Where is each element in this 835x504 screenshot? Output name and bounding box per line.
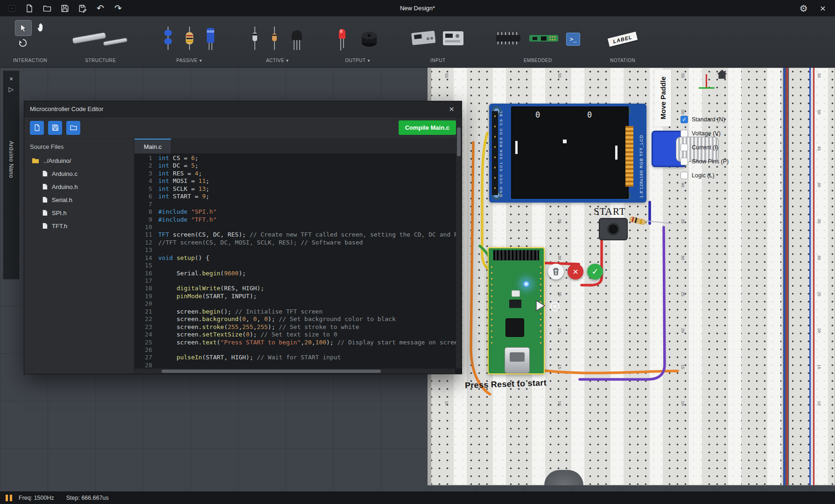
pause-icon[interactable] [6, 495, 12, 501]
file-row-tft-h[interactable]: TFT.h [24, 219, 134, 232]
file-label: TFT.h [52, 223, 67, 230]
new-file-icon[interactable] [24, 3, 35, 14]
checkbox-unchecked[interactable] [681, 158, 688, 165]
display-option-current[interactable]: Current (I) [681, 142, 729, 152]
checkbox-unchecked[interactable] [681, 172, 688, 179]
toolbar-section-structure[interactable]: STRUCTURE [56, 16, 144, 67]
editor-open-button[interactable] [66, 121, 80, 135]
diode-icon[interactable] [251, 26, 259, 52]
dialog-title-bar[interactable]: Microcontroller Code Editor × [24, 101, 462, 117]
checkbox-unchecked[interactable] [681, 130, 688, 137]
breadboard-right[interactable] [789, 68, 835, 485]
tft-lcd-module[interactable]: GND VCC SCL SDA RES DC CS BL 0 0 1.8'128… [489, 104, 646, 203]
nano-pin-header [493, 250, 539, 260]
toolbar-section-notation[interactable]: LABEL NOTATION [594, 16, 651, 67]
home-icon[interactable] [716, 69, 728, 82]
led-icon[interactable] [337, 26, 347, 53]
component-side-panel[interactable]: × ▷ Arduino Nano [3, 70, 20, 280]
transistor-icon[interactable] [290, 26, 304, 52]
display-option-logic[interactable]: Logic (L) [681, 170, 729, 180]
horizontal-scrollbar[interactable] [134, 369, 455, 374]
checkbox-unchecked[interactable] [681, 144, 688, 151]
label-tag-icon[interactable]: LABEL [608, 31, 638, 46]
open-folder-icon[interactable] [42, 3, 52, 14]
scrollbar-thumb[interactable] [161, 370, 381, 373]
rotate-tool-button[interactable] [18, 38, 28, 50]
toolbar-section-active[interactable]: ACTIVE▾ [234, 16, 321, 67]
buzzer-icon[interactable] [361, 29, 378, 49]
file-row-arduino-c[interactable]: Arduino.c [24, 167, 134, 180]
file-row-arduino-h[interactable]: Arduino.h [24, 180, 134, 193]
toolbar-label-passive: PASSIVE [176, 58, 198, 63]
confirm-button[interactable]: ✓ [587, 264, 603, 280]
multimeter-icon[interactable] [442, 28, 465, 50]
lcd-pin-header [492, 111, 498, 195]
dropdown-icon[interactable]: ▾ [199, 58, 202, 63]
push-button[interactable] [599, 218, 628, 240]
file-row-serial-h[interactable]: Serial.h [24, 193, 134, 206]
breadboard-items-icon[interactable] [72, 28, 128, 50]
panel-close-icon[interactable]: × [9, 74, 13, 84]
cancel-button[interactable]: × [568, 264, 583, 280]
settings-gear-icon[interactable]: ⚙ [800, 3, 808, 14]
resistor-icon[interactable] [184, 26, 195, 52]
file-label: Serial.h [52, 196, 72, 203]
display-option-voltage[interactable]: Voltage (V) [681, 128, 729, 138]
terminal-icon[interactable]: >_ [566, 33, 580, 46]
play-icon[interactable] [535, 300, 546, 314]
editor-new-file-button[interactable] [30, 121, 44, 135]
status-bar: Freq: 1500Hz Step: 666.667us [0, 491, 835, 504]
microcontroller-board-icon[interactable] [529, 33, 559, 45]
redo-icon[interactable]: ↷ [113, 3, 123, 14]
toolbar-section-embedded[interactable]: >_ EMBEDDED [481, 16, 594, 67]
vertical-scrollbar[interactable] [456, 117, 462, 368]
folder-row[interactable]: ../Arduino/ [24, 154, 134, 167]
pong-paddle-right [615, 146, 617, 160]
panel-expand-icon[interactable]: ▷ [9, 84, 14, 94]
dropdown-icon[interactable]: ▾ [286, 58, 289, 63]
dropdown-icon[interactable]: ▾ [368, 58, 371, 63]
diode-glass-icon[interactable] [270, 26, 279, 52]
code-line: 15 [134, 262, 462, 269]
editor-save-button[interactable] [48, 121, 62, 135]
toolbar-section-input[interactable]: INPUT [394, 16, 481, 67]
code-line: 11TFT screen(CS, DC, RES); // Create new… [134, 231, 462, 238]
tab-main-c[interactable]: Main.c [134, 139, 171, 154]
file-row-spi-h[interactable]: SPI.h [24, 206, 134, 219]
window-close-icon[interactable]: × [820, 3, 826, 14]
toolbar-section-output[interactable]: OUTPUT▾ [321, 16, 394, 67]
toolbar-label-structure: STRUCTURE [85, 58, 116, 63]
code-line: 8#include "SPI.h" [134, 208, 462, 216]
ic-chip-icon[interactable] [495, 32, 521, 46]
scrollbar-thumb[interactable] [457, 127, 461, 156]
undo-icon[interactable]: ↶ [95, 3, 105, 14]
push-button-cap[interactable] [607, 223, 619, 235]
code-area[interactable]: 1int CS = 6;2int DC = 5;3int RES = 4;4in… [134, 154, 462, 374]
code-line: 19 pinMode(START, INPUT); [134, 293, 462, 300]
code-line: 12//TFT screen(CS, DC, MOSI, SCLK, RES);… [134, 239, 462, 246]
toolbar-section-interaction: INTERACTION [4, 16, 56, 67]
display-option-standard[interactable]: ✓Standard (N) [681, 114, 729, 124]
app-logo-icon [7, 3, 17, 14]
file-label: Arduino.c [52, 170, 77, 177]
toolbar-section-passive[interactable]: PASSIVE▾ [144, 16, 234, 67]
display-option-label: Standard (N) [692, 116, 725, 123]
source-files-header: Source Files [24, 139, 134, 154]
toolbar-label-embedded: EMBEDDED [524, 58, 552, 63]
scene-canvas[interactable]: 5550454035302520151055504540353025201510… [0, 68, 835, 491]
resistor-blue-icon[interactable] [163, 26, 173, 52]
save-icon[interactable] [60, 3, 70, 14]
delete-component-button[interactable] [548, 264, 564, 280]
save-as-icon[interactable] [77, 3, 88, 14]
capacitor-icon[interactable] [206, 26, 215, 52]
select-tool-button[interactable] [15, 20, 32, 36]
dialog-close-icon[interactable]: × [447, 104, 456, 114]
power-supply-icon[interactable] [410, 28, 435, 50]
toolbar-label-input: INPUT [430, 58, 446, 63]
nano-reset-button[interactable] [512, 290, 520, 297]
record-circle-icon[interactable] [549, 301, 561, 315]
checkbox-checked[interactable]: ✓ [681, 116, 688, 123]
pan-tool-button[interactable] [36, 22, 46, 34]
display-option-show[interactable]: Show Pins (P) [681, 156, 729, 166]
compile-button[interactable]: Compile Main.c [399, 120, 456, 135]
